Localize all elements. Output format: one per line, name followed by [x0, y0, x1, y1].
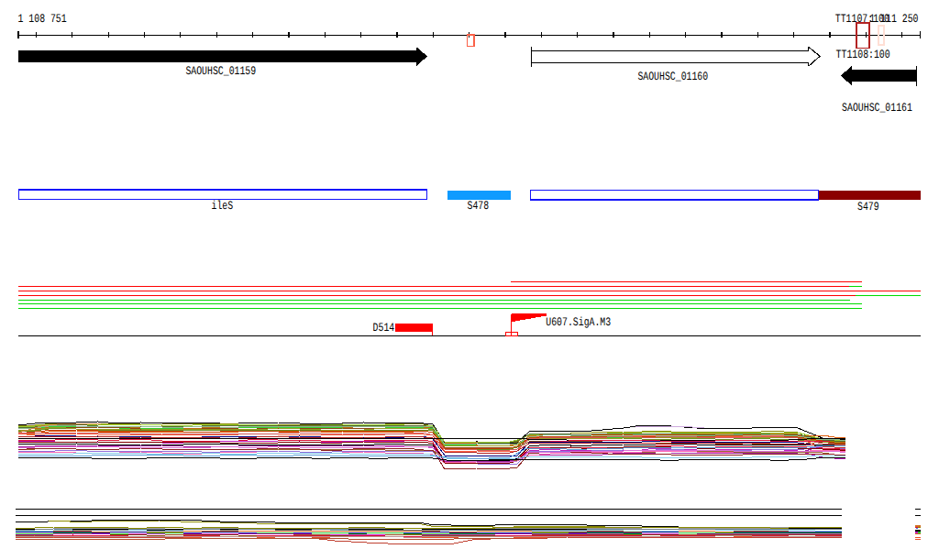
svg-text:TT1108:100: TT1108:100	[836, 48, 890, 61]
svg-text:1 108 751: 1 108 751	[18, 12, 67, 26]
svg-text:ileS: ileS	[212, 199, 234, 213]
svg-text:SAOUHSC_01160: SAOUHSC_01160	[637, 70, 708, 83]
svg-text:S479: S479	[857, 200, 879, 214]
svg-text:S478: S478	[468, 199, 490, 213]
svg-text:SAOUHSC_01159: SAOUHSC_01159	[185, 64, 256, 78]
svg-text:SAOUHSC_01161: SAOUHSC_01161	[842, 101, 912, 115]
svg-text:D514: D514	[373, 321, 395, 335]
svg-text:1 111 250: 1 111 250	[869, 12, 918, 26]
svg-text:U607.SigA.M3: U607.SigA.M3	[546, 315, 611, 329]
